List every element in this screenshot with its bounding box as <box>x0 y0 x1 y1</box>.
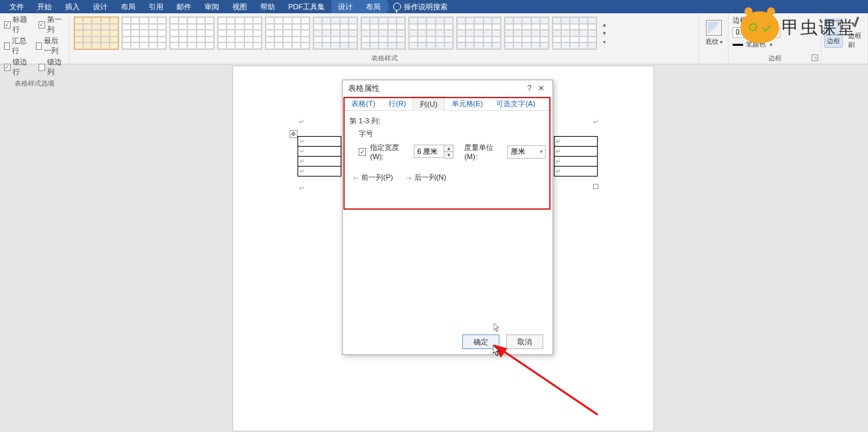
close-button[interactable]: ✕ <box>535 84 547 93</box>
chk-header-row[interactable] <box>4 21 11 29</box>
dialog-body: 第 1-3 列: 字号 指定宽度(W): ▲▼ 度量单位(M): 厘米▾ ←前一… <box>343 111 553 328</box>
table-fragment-left: ↵↵↵↵ <box>298 136 341 177</box>
width-label: 指定宽度(W): <box>370 143 410 161</box>
group-label-style-options: 表格样式选项 <box>0 78 69 89</box>
style-gallery-scroll[interactable]: ▲▼▾ <box>600 17 609 50</box>
annotation-arrow <box>491 342 604 418</box>
tab-ctx-design[interactable]: 设计 <box>331 0 359 13</box>
watermark-logo: 甲虫课堂 <box>740 11 856 43</box>
cursor-icon <box>493 345 501 357</box>
dialog-tabs: 表格(T) 行(R) 列(U) 单元格(E) 可选文字(A) <box>343 96 553 111</box>
chevron-down-icon[interactable]: ▾ <box>720 39 723 45</box>
table-resize-handle[interactable] <box>593 184 598 189</box>
chk-last-col[interactable] <box>36 42 42 50</box>
table-style-thumb[interactable] <box>552 17 597 50</box>
table-style-thumb[interactable] <box>169 17 215 50</box>
tab-layout[interactable]: 布局 <box>114 0 142 13</box>
chk-specify-width[interactable] <box>359 148 366 156</box>
table-style-thumb[interactable] <box>74 17 119 50</box>
shading-icon[interactable] <box>706 20 722 36</box>
table-move-handle[interactable]: ✥ <box>290 130 298 138</box>
dtab-col[interactable]: 列(U) <box>412 96 444 111</box>
tab-design[interactable]: 设计 <box>86 0 114 13</box>
table-style-thumb[interactable] <box>361 17 406 50</box>
lbl-total-row: 汇总行 <box>12 36 28 56</box>
next-col-button[interactable]: →后一列(N) <box>402 171 449 184</box>
help-button[interactable]: ? <box>523 84 535 93</box>
table-properties-dialog: 表格属性 ? ✕ 表格(T) 行(R) 列(U) 单元格(E) 可选文字(A) … <box>342 80 553 355</box>
table-style-thumb[interactable] <box>313 17 358 50</box>
chevron-icon[interactable]: ▼ <box>602 31 607 36</box>
cursor-icon <box>493 323 500 332</box>
lbl-banded-col: 镶边列 <box>47 57 65 77</box>
dtab-row[interactable]: 行(R) <box>382 96 412 110</box>
dtab-table[interactable]: 表格(T) <box>345 96 382 110</box>
group-table-styles: ▲▼▾ 表格样式 <box>70 13 699 64</box>
table-style-thumb[interactable] <box>408 17 454 50</box>
tab-review[interactable]: 审阅 <box>198 0 226 13</box>
bulb-icon <box>393 3 401 11</box>
table-style-thumb[interactable] <box>217 17 262 50</box>
para-mark: ↵ <box>299 184 304 192</box>
chk-banded-row[interactable] <box>4 64 11 71</box>
tab-refs[interactable]: 引用 <box>142 0 170 13</box>
group-label-borders: 边框 <box>768 54 782 62</box>
logo-face-icon <box>740 11 779 43</box>
tab-ctx-layout[interactable]: 布局 <box>359 0 387 13</box>
dtab-alt[interactable]: 可选文字(A) <box>489 96 542 110</box>
table-style-thumb[interactable] <box>504 17 549 50</box>
unit-select[interactable]: 厘米▾ <box>507 145 546 159</box>
tab-home[interactable]: 开始 <box>31 0 58 13</box>
svg-line-0 <box>501 350 598 415</box>
tab-view[interactable]: 视图 <box>226 0 254 13</box>
chk-total-row[interactable] <box>4 42 10 50</box>
group-shading: 底纹▾ <box>699 13 729 64</box>
search-label: 操作说明搜索 <box>404 2 448 12</box>
chevron-icon[interactable]: ▾ <box>603 39 606 45</box>
tab-help[interactable]: 帮助 <box>254 0 282 13</box>
lbl-header-row: 标题行 <box>13 15 31 35</box>
table-style-thumb[interactable] <box>122 17 167 50</box>
spin-down-icon[interactable]: ▼ <box>444 152 453 158</box>
dialog-title-text: 表格属性 <box>348 84 380 94</box>
tab-mail[interactable]: 邮件 <box>170 0 198 13</box>
tell-me-search[interactable]: 操作说明搜索 <box>393 2 448 12</box>
prev-col-button[interactable]: ←前一列(P) <box>349 171 396 184</box>
logo-text: 甲虫课堂 <box>782 16 856 39</box>
para-mark: ↵ <box>593 118 598 125</box>
arrow-right-icon: → <box>405 173 413 182</box>
group-label-table-styles: 表格样式 <box>371 54 398 62</box>
chevron-down-icon: ▾ <box>540 149 543 155</box>
table-fragment-right: ↵↵↵↵ <box>554 136 598 177</box>
dialog-titlebar[interactable]: 表格属性 ? ✕ <box>343 80 553 96</box>
width-spinner[interactable]: ▲▼ <box>414 145 454 159</box>
pen-color-swatch <box>733 44 743 46</box>
table-style-thumb[interactable] <box>265 17 310 50</box>
chk-first-col[interactable] <box>39 21 45 29</box>
chevron-icon[interactable]: ▲ <box>602 22 607 28</box>
dialog-launcher-icon[interactable]: ↘ <box>812 54 818 61</box>
lbl-first-col: 第一列 <box>47 15 65 35</box>
width-input[interactable] <box>414 145 444 158</box>
col-range-label: 第 1-3 列: <box>349 116 546 126</box>
ribbon: 标题行 第一列 汇总行 最后一列 镶边行 镶边列 表格样式选项 ▲▼▾ 表格样式… <box>0 13 868 64</box>
lbl-banded-row: 镶边行 <box>13 57 31 77</box>
tab-pdf[interactable]: PDF工具集 <box>282 0 331 13</box>
tab-separator <box>388 2 389 11</box>
group-style-options: 标题行 第一列 汇总行 最后一列 镶边行 镶边列 表格样式选项 <box>0 13 70 64</box>
para-mark: ↵ <box>299 118 304 125</box>
unit-label: 度量单位(M): <box>464 143 503 161</box>
shading-label[interactable]: 底纹 <box>705 38 719 45</box>
table-style-thumb[interactable] <box>456 17 501 50</box>
tab-file[interactable]: 文件 <box>3 0 31 13</box>
menu-tabbar: 文件 开始 插入 设计 布局 引用 邮件 审阅 视图 帮助 PDF工具集 设计 … <box>0 0 868 13</box>
lbl-last-col: 最后一列 <box>44 36 65 56</box>
spin-up-icon[interactable]: ▲ <box>444 145 453 152</box>
size-heading: 字号 <box>359 129 546 139</box>
tab-insert[interactable]: 插入 <box>58 0 86 13</box>
dtab-cell[interactable]: 单元格(E) <box>445 96 490 110</box>
chk-banded-col[interactable] <box>39 64 44 71</box>
arrow-left-icon: ← <box>352 173 360 182</box>
